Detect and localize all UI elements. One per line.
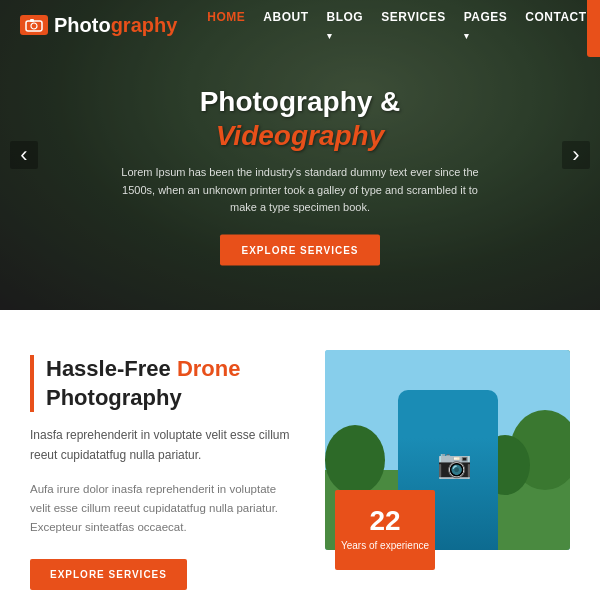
nav-links: HOME ABOUT BLOG SERVICES PAGES CONTACT [207,7,586,43]
nav-pages[interactable]: PAGES [464,10,508,42]
hero-subtitle: Lorem Ipsum has been the industry's stan… [110,164,490,217]
hero-explore-button[interactable]: EXPLORE SERVICES [220,234,381,265]
svg-rect-13 [423,468,455,490]
nav-blog[interactable]: BLOG [327,10,364,42]
hassle-explore-button[interactable]: EXPLORE SERVICES [30,559,187,590]
svg-rect-16 [437,462,449,469]
nav-home[interactable]: HOME [207,10,245,24]
svg-rect-10 [437,455,473,510]
svg-point-7 [480,435,530,495]
nav-contact[interactable]: CONTACT [525,10,586,24]
svg-rect-2 [30,19,34,22]
svg-rect-17 [443,508,457,543]
logo-link[interactable]: Photography [20,14,177,37]
svg-point-9 [437,422,473,458]
logo-icon [20,15,48,35]
svg-point-19 [437,416,473,436]
navigation: Photography HOME ABOUT BLOG SERVICES PAG… [0,0,600,50]
hassle-title: Hassle-Free Drone Photography [30,355,295,412]
hassle-image-container: 22 Years of experience [325,350,570,550]
hassle-paragraph-2: Aufa irure dolor inasfa reprehenderit in… [30,480,295,537]
svg-rect-12 [454,456,476,471]
hassle-paragraph-1: Inasfa reprehenderit in voluptate velit … [30,426,295,466]
svg-rect-18 [458,508,472,543]
phone-cta-button[interactable]: +(123) 456-7890 [587,0,600,57]
hassle-section: Hassle-Free Drone Photography Inasfa rep… [0,310,600,600]
hero-next-arrow[interactable]: › [562,141,590,169]
years-number: 22 [369,507,400,535]
years-label: Years of experience [341,539,429,553]
years-badge: 22 Years of experience [335,490,435,570]
svg-rect-11 [419,455,442,473]
hero-prev-arrow[interactable]: ‹ [10,141,38,169]
hassle-content: Hassle-Free Drone Photography Inasfa rep… [30,350,295,590]
svg-point-14 [431,471,447,487]
nav-services[interactable]: SERVICES [381,10,445,24]
svg-point-1 [31,23,37,29]
hero-content: Photography & Videography Lorem Ipsum ha… [110,85,490,266]
svg-point-15 [434,474,444,484]
hero-title: Photography & Videography [110,85,490,152]
svg-point-5 [325,425,385,495]
logo-text: Photography [54,14,177,37]
nav-about[interactable]: ABOUT [263,10,308,24]
